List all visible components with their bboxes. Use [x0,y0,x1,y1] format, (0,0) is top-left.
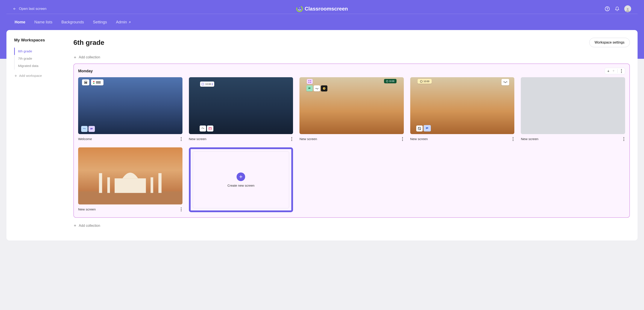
top-row: Open last screen Classroomscreen [6,0,638,14]
screen-more-button[interactable] [290,136,293,142]
svg-rect-18 [310,82,311,83]
help-icon [605,6,610,11]
svg-rect-29 [107,177,110,193]
add-collection-label: Add collection [79,224,100,228]
screen-name: New screen [78,207,96,211]
screen-card: New screen [78,147,182,212]
add-workspace-button[interactable]: Add workspace [14,74,62,78]
nav-admin[interactable]: Admin [116,20,131,24]
svg-point-23 [418,128,419,128]
svg-rect-28 [158,173,162,193]
screen-meta-row: New screen [521,134,625,142]
screen-thumbnail[interactable]: 10:00 [189,77,293,134]
content-header: 6th grade Workspace settings [74,38,630,47]
avatar-icon [625,7,630,12]
add-collection-button-top[interactable]: Add collection [74,55,630,59]
nav-home[interactable]: Home [14,20,25,24]
create-new-screen-label: Create new screen [227,184,254,187]
svg-rect-22 [418,127,421,130]
collection-controls [605,68,625,74]
workspace-list: 6th grade 7th grade Migrated data [14,48,62,69]
svg-rect-5 [84,81,87,84]
header-actions [604,5,631,12]
collection-monday: Monday [74,63,630,218]
sidebar-item-migrated[interactable]: Migrated data [14,62,62,69]
nav-settings[interactable]: Settings [93,20,107,24]
collection-header: Monday [78,68,625,74]
brand-logo[interactable]: Classroomscreen [296,5,348,12]
nav-backgrounds[interactable]: Backgrounds [62,20,84,24]
notifications-button[interactable] [614,6,620,11]
brand-text: Classroomscreen [304,6,348,12]
svg-point-1 [299,8,300,8]
sidebar: My Workspaces 6th grade 7th grade Migrat… [14,38,62,232]
nav-tabs: Home Name lists Backgrounds Settings Adm… [0,14,644,30]
external-link-icon [128,21,131,24]
svg-point-7 [93,81,94,82]
create-new-screen-highlight: Create new screen [189,147,293,212]
sidebar-item-7th-grade[interactable]: 7th grade [14,55,62,62]
taj-silhouette-icon [78,165,182,204]
screen-thumbnail[interactable]: Aa [78,77,182,134]
screen-more-button[interactable] [180,207,182,212]
screen-card: 10:00 New screen [300,77,404,142]
nav-namelists[interactable]: Name lists [34,20,52,24]
content-area: 6th grade Workspace settings Add collect… [74,38,630,232]
create-new-screen-button[interactable]: Create new screen [193,151,289,208]
workspace-settings-button[interactable]: Workspace settings [589,38,630,47]
screen-card: 10:00 New screen [189,77,293,142]
screen-thumbnail[interactable]: 10:00 [410,77,514,134]
sidebar-title: My Workspaces [14,38,62,42]
workspace-title: 6th grade [74,39,104,46]
screen-name: New screen [300,137,317,141]
screen-name: New screen [189,137,206,141]
svg-rect-30 [150,177,153,193]
open-last-screen-button[interactable]: Open last screen [13,7,46,11]
svg-point-8 [93,83,94,84]
plus-circle-icon [236,172,245,181]
collection-move-down-button[interactable] [606,69,610,73]
arrow-up-icon [612,69,615,72]
svg-rect-27 [99,173,102,193]
plus-icon [14,74,18,77]
svg-rect-26 [115,178,146,193]
help-button[interactable] [604,6,610,11]
screen-more-button[interactable] [401,136,404,142]
screen-thumbnail[interactable]: 10:00 [300,77,404,134]
screen-meta-row: New screen [410,134,514,142]
screen-card: Aa Welcome [78,77,182,142]
collection-move-up-button[interactable] [611,69,616,73]
svg-point-12 [202,83,204,85]
bell-icon [615,6,620,11]
plus-icon [74,224,77,227]
screen-card: 10:00 New screen [410,77,514,142]
collection-title: Monday [78,69,93,73]
add-collection-label: Add collection [79,55,100,59]
dots-vertical-icon [620,68,623,74]
svg-rect-16 [310,80,311,81]
svg-rect-25 [78,191,182,204]
screen-more-button[interactable] [622,136,625,142]
svg-rect-17 [308,82,309,83]
collection-more-button[interactable] [619,69,624,73]
screen-name: New screen [410,137,428,141]
add-workspace-label: Add workspace [19,74,42,78]
screen-thumbnail[interactable] [521,77,625,134]
screen-name: Welcome [78,137,92,141]
logo-icon [296,5,303,12]
screen-meta-row: New screen [189,134,293,142]
screen-thumbnail[interactable] [78,147,182,204]
screens-grid: Aa Welcome [78,77,625,212]
avatar-button[interactable] [624,5,631,12]
add-collection-button-bottom[interactable]: Add collection [74,224,630,228]
sidebar-item-6th-grade[interactable]: 6th grade [14,48,62,55]
screen-name: New screen [521,137,538,141]
screen-meta-row: Welcome [78,134,182,142]
screen-more-button[interactable] [512,136,514,142]
screen-more-button[interactable] [180,136,182,142]
svg-point-24 [420,129,420,129]
svg-rect-15 [308,80,309,81]
svg-point-20 [323,87,326,90]
arrow-down-icon [607,69,610,72]
svg-point-19 [386,80,388,82]
